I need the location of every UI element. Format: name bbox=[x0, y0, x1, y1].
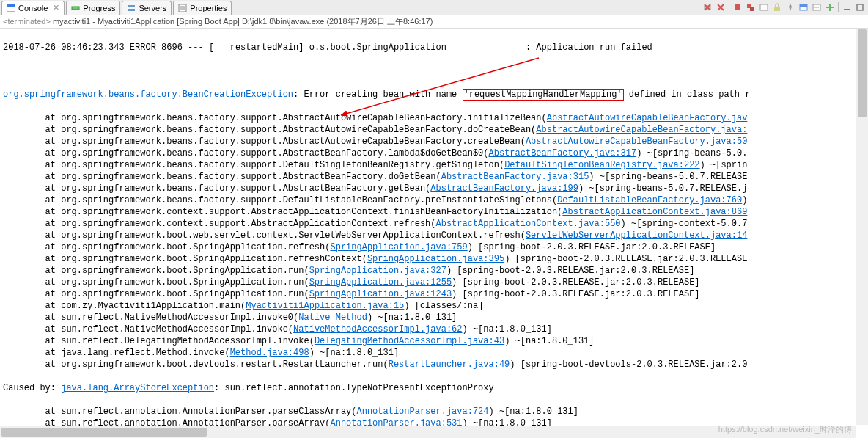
progress-icon bbox=[71, 4, 80, 12]
close-icon[interactable]: ✕ bbox=[51, 3, 59, 12]
svg-rect-23 bbox=[857, 4, 863, 10]
scrollbar-thumb[interactable] bbox=[1, 428, 207, 437]
new-console-icon[interactable] bbox=[825, 2, 835, 12]
source-link[interactable]: SpringApplication.java:395 bbox=[367, 254, 504, 264]
source-link[interactable]: SpringApplication.java:759 bbox=[330, 242, 467, 252]
tab-properties[interactable]: Properties bbox=[173, 1, 232, 15]
source-link[interactable]: AbstractAutowireCapableBeanFactory.jav bbox=[547, 113, 748, 123]
caused-by-link[interactable]: java.lang.ArrayStoreException bbox=[61, 383, 214, 393]
blank-line bbox=[3, 65, 865, 77]
display-selected-icon[interactable] bbox=[798, 2, 809, 12]
source-link[interactable]: AbstractBeanFactory.java:199 bbox=[430, 183, 578, 194]
minimize-icon[interactable] bbox=[842, 2, 852, 12]
stack-frame: at sun.reflect.NativeMethodAccessorImpl.… bbox=[3, 312, 865, 324]
source-link[interactable]: DefaultListableBeanFactory.java:760 bbox=[557, 195, 742, 205]
source-link[interactable]: Native Method bbox=[298, 313, 367, 323]
exception-line: org.springframework.beans.factory.BeanCr… bbox=[3, 89, 865, 101]
svg-rect-20 bbox=[800, 4, 807, 7]
tab-label: Progress bbox=[83, 4, 115, 12]
stack-frame: at org.springframework.beans.factory.sup… bbox=[3, 147, 865, 159]
horizontal-scrollbar[interactable] bbox=[0, 426, 856, 438]
source-link[interactable]: AbstractBeanFactory.java:317 bbox=[489, 148, 637, 158]
source-link[interactable]: RestartLauncher.java:49 bbox=[389, 359, 510, 370]
tab-console[interactable]: Console ✕ bbox=[1, 1, 65, 15]
svg-rect-1 bbox=[7, 4, 15, 7]
source-link[interactable]: DelegatingMethodAccessorImpl.java:43 bbox=[315, 336, 504, 346]
process-description: <terminated> myactiviti1 - Myactiviti1Ap… bbox=[0, 15, 868, 29]
open-console-icon[interactable] bbox=[812, 2, 822, 12]
svg-rect-4 bbox=[128, 9, 135, 11]
source-link[interactable]: AbstractApplicationContext.java:550 bbox=[436, 219, 621, 229]
stack-frame: at sun.reflect.DelegatingMethodAccessorI… bbox=[3, 335, 865, 347]
source-link[interactable]: ServletWebServerApplicationContext.java:… bbox=[526, 230, 747, 241]
svg-rect-2 bbox=[72, 7, 79, 10]
remove-all-icon[interactable] bbox=[716, 2, 726, 12]
terminate-icon[interactable] bbox=[732, 2, 743, 12]
separator bbox=[729, 2, 729, 12]
stack-frame: at org.springframework.beans.factory.sup… bbox=[3, 112, 865, 124]
stack-frame: at sun.reflect.NativeMethodAccessorImpl.… bbox=[3, 324, 865, 335]
stack-frame: at org.springframework.context.support.A… bbox=[3, 206, 865, 218]
source-link[interactable]: AbstractApplicationContext.java:869 bbox=[562, 207, 747, 217]
svg-rect-14 bbox=[735, 4, 740, 10]
scroll-lock-icon[interactable] bbox=[772, 2, 782, 12]
servers-icon bbox=[127, 4, 136, 12]
console-output[interactable]: 2018-07-26 08:46:23.343 ERROR 8696 --- [… bbox=[0, 29, 868, 438]
stack-frame: at org.springframework.boot.SpringApplic… bbox=[3, 241, 865, 253]
stack-frame: at org.springframework.boot.SpringApplic… bbox=[3, 288, 865, 300]
source-link[interactable]: NativeMethodAccessorImpl.java:62 bbox=[293, 324, 462, 335]
remove-launch-icon[interactable] bbox=[702, 2, 713, 12]
stack-frame: at org.springframework.beans.factory.sup… bbox=[3, 136, 865, 147]
stack-frame: at org.springframework.boot.SpringApplic… bbox=[3, 277, 865, 288]
maximize-icon[interactable] bbox=[855, 2, 865, 12]
view-tab-bar: Console ✕ Progress Servers Properties bbox=[0, 0, 868, 15]
tab-label: Servers bbox=[139, 4, 166, 12]
stack-frame: at java.lang.reflect.Method.invoke(Metho… bbox=[3, 347, 865, 359]
source-link[interactable]: Method.java:498 bbox=[230, 348, 309, 358]
clear-icon[interactable] bbox=[759, 2, 769, 12]
stack-frame: at org.springframework.boot.SpringApplic… bbox=[3, 253, 865, 265]
console-toolbar bbox=[702, 2, 868, 12]
stack-frame: at org.springframework.beans.factory.sup… bbox=[3, 124, 865, 136]
stack-frame: at org.springframework.boot.SpringApplic… bbox=[3, 265, 865, 277]
source-link[interactable]: SpringApplication.java:327 bbox=[309, 266, 446, 276]
log-line: 2018-07-26 08:46:23.343 ERROR 8696 --- [… bbox=[3, 42, 865, 54]
stack-frame: at org.springframework.boot.web.servlet.… bbox=[3, 230, 865, 241]
pin-icon[interactable] bbox=[785, 2, 795, 12]
console-icon bbox=[7, 4, 15, 12]
tab-progress[interactable]: Progress bbox=[66, 1, 120, 15]
source-link[interactable]: AbstractBeanFactory.java:315 bbox=[441, 172, 589, 182]
source-link[interactable]: SpringApplication.java:1255 bbox=[309, 277, 452, 288]
svg-rect-18 bbox=[774, 7, 780, 11]
terminate-all-icon[interactable] bbox=[746, 2, 756, 12]
source-link[interactable]: AbstractAutowireCapableBeanFactory.java:… bbox=[526, 136, 747, 147]
terminated-label: <terminated> bbox=[3, 17, 51, 26]
stack-frame: at org.springframework.beans.factory.sup… bbox=[3, 194, 865, 206]
svg-rect-3 bbox=[128, 5, 135, 7]
stack-frame: at org.springframework.boot.devtools.res… bbox=[3, 359, 865, 371]
stack-frame: at org.springframework.context.support.A… bbox=[3, 218, 865, 230]
svg-rect-17 bbox=[760, 4, 768, 10]
stack-frame: at org.springframework.beans.factory.sup… bbox=[3, 171, 865, 183]
tab-label: Console bbox=[18, 4, 48, 12]
stack-frame: at org.springframework.beans.factory.sup… bbox=[3, 183, 865, 194]
process-name: myactiviti1 - Myactiviti1Application [Sp… bbox=[51, 17, 433, 26]
properties-icon bbox=[178, 4, 187, 12]
caused-by-line: Caused by: java.lang.ArrayStoreException… bbox=[3, 382, 865, 394]
exception-class-link[interactable]: org.springframework.beans.factory.BeanCr… bbox=[3, 90, 293, 100]
tab-servers[interactable]: Servers bbox=[122, 1, 172, 15]
source-link[interactable]: DefaultSingletonBeanRegistry.java:222 bbox=[504, 160, 699, 170]
svg-rect-16 bbox=[750, 7, 754, 11]
tab-label: Properties bbox=[190, 4, 227, 12]
source-link[interactable]: AbstractAutowireCapableBeanFactory.java: bbox=[536, 125, 747, 135]
source-link[interactable]: SpringApplication.java:1243 bbox=[309, 289, 452, 299]
source-link[interactable]: Myactiviti1Application.java:15 bbox=[246, 301, 404, 311]
bean-name-highlight: 'requestMappingHandlerMapping' bbox=[463, 89, 624, 101]
vertical-scrollbar[interactable] bbox=[856, 29, 868, 425]
scrollbar-thumb[interactable] bbox=[858, 29, 867, 117]
stack-frame: at com.zy.Myactiviti1Application.main(My… bbox=[3, 300, 865, 312]
stack-frame: at sun.reflect.annotation.AnnotationPars… bbox=[3, 406, 865, 417]
separator bbox=[838, 2, 839, 12]
stack-frame: at org.springframework.beans.factory.sup… bbox=[3, 159, 865, 171]
source-link[interactable]: AnnotationParser.java:724 bbox=[356, 406, 488, 417]
